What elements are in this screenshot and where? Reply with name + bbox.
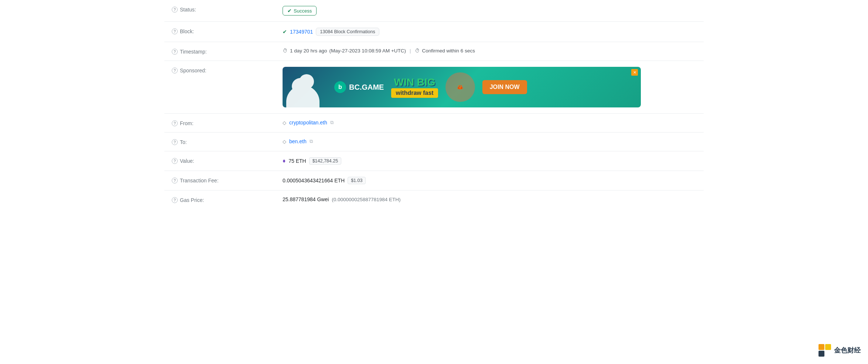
ad-cta-button[interactable]: JOIN NOW (482, 80, 527, 94)
sponsored-help-icon[interactable]: ? (172, 68, 178, 73)
block-confirmed-icon: ✔ (283, 29, 287, 35)
eth-icon: ♦ (283, 158, 286, 164)
block-value-col: ✔ 17349701 13084 Block Confirmations (283, 28, 696, 36)
txfee-amount: 0.0005043643421664 ETH (283, 178, 345, 183)
timestamp-help-icon[interactable]: ? (172, 49, 178, 55)
value-value-col: ♦ 75 ETH $142,784.25 (283, 157, 696, 165)
block-row: ? Block: ✔ 17349701 13084 Block Confirma… (164, 21, 704, 42)
txfee-help-icon[interactable]: ? (172, 178, 178, 183)
sponsored-label-col: ? Sponsored: (172, 67, 275, 73)
txfee-label: Transaction Fee: (180, 178, 219, 183)
sponsored-value-col: b BC.GAME WIN BIG withdraw fast 🦀 JOIN N… (283, 67, 696, 107)
ad-tagline2: withdraw fast (391, 88, 438, 98)
to-label: To: (180, 139, 187, 145)
gasprice-label-col: ? Gas Price: (172, 196, 275, 203)
ad-site-name: BC.GAME (349, 83, 384, 92)
to-label-col: ? To: (172, 138, 275, 145)
from-row: ? From: ◇ cryptopolitan.eth ⧉ (164, 113, 704, 132)
sponsored-label: Sponsored: (180, 68, 206, 73)
status-label: Status: (180, 7, 196, 13)
to-copy-icon[interactable]: ⧉ (310, 138, 313, 144)
timestamp-confirmed: Confirmed within 6 secs (422, 48, 475, 54)
ad-logo: b BC.GAME (334, 81, 384, 93)
value-amount: 75 ETH (288, 158, 306, 164)
from-value-col: ◇ cryptopolitan.eth ⧉ (283, 120, 696, 126)
status-label-col: ? Status: (172, 6, 275, 13)
timestamp-text: ⏱ 1 day 20 hrs ago (May-27-2023 10:08:59… (283, 48, 475, 54)
value-label: Value: (180, 158, 194, 164)
status-value-col: ✔ Success (283, 6, 696, 16)
gasprice-gwei: 25.887781984 Gwei (283, 196, 329, 202)
from-help-icon[interactable]: ? (172, 120, 178, 126)
pipe-separator: | (410, 48, 411, 54)
ad-mascot: 🦀 (445, 72, 475, 102)
timestamp-row: ? Timestamp: ⏱ 1 day 20 hrs ago (May-27-… (164, 42, 704, 61)
gasprice-help-icon[interactable]: ? (172, 197, 178, 203)
txfee-label-col: ? Transaction Fee: (172, 177, 275, 183)
from-label: From: (180, 120, 194, 126)
txfee-value-col: 0.0005043643421664 ETH $1.03 (283, 177, 696, 184)
sponsored-row: ? Sponsored: b BC.GAME WIN BIG withdraw … (164, 61, 704, 113)
block-number-link[interactable]: 17349701 (290, 29, 313, 35)
to-contract-icon: ◇ (283, 139, 286, 144)
status-row: ? Status: ✔ Success (164, 0, 704, 21)
timestamp-absolute: (May-27-2023 10:08:59 AM +UTC) (329, 48, 406, 54)
status-badge: ✔ Success (283, 6, 317, 16)
check-icon: ✔ (287, 8, 292, 14)
timestamp-relative: 1 day 20 hrs ago (290, 48, 327, 54)
ad-banner: b BC.GAME WIN BIG withdraw fast 🦀 JOIN N… (283, 67, 641, 107)
from-label-col: ? From: (172, 120, 275, 126)
ad-content: b BC.GAME WIN BIG withdraw fast 🦀 JOIN N… (290, 72, 633, 102)
clock-icon: ⏱ (283, 48, 288, 54)
ad-close-button[interactable]: ✕ (631, 69, 638, 76)
status-help-icon[interactable]: ? (172, 7, 178, 13)
block-label-col: ? Block: (172, 28, 275, 34)
block-help-icon[interactable]: ? (172, 28, 178, 34)
timestamp-label: Timestamp: (180, 49, 207, 55)
gasprice-label: Gas Price: (180, 197, 204, 203)
to-value-col: ◇ ben.eth ⧉ (283, 138, 696, 144)
gasprice-eth: (0.000000025887781984 ETH) (332, 197, 400, 202)
ad-tagline: WIN BIG withdraw fast (391, 76, 438, 98)
from-copy-icon[interactable]: ⧉ (330, 120, 334, 126)
from-address-link[interactable]: cryptopolitan.eth (289, 120, 327, 126)
timestamp-value-col: ⏱ 1 day 20 hrs ago (May-27-2023 10:08:59… (283, 48, 696, 54)
from-contract-icon: ◇ (283, 120, 286, 126)
block-label: Block: (180, 28, 194, 34)
bc-logo-icon: b (334, 81, 346, 93)
to-help-icon[interactable]: ? (172, 139, 178, 145)
ad-tagline1: WIN BIG (391, 76, 438, 88)
to-row: ? To: ◇ ben.eth ⧉ (164, 132, 704, 151)
value-label-col: ? Value: (172, 157, 275, 164)
txfee-row: ? Transaction Fee: 0.0005043643421664 ET… (164, 171, 704, 190)
status-text: Success (294, 8, 312, 14)
gasprice-value-col: 25.887781984 Gwei (0.000000025887781984 … (283, 196, 696, 202)
txfee-usd-badge: $1.03 (348, 177, 366, 184)
value-usd-badge: $142,784.25 (309, 157, 342, 165)
confirmations-badge: 13084 Block Confirmations (316, 28, 379, 36)
clock-icon-2: ⏱ (415, 48, 420, 54)
timestamp-label-col: ? Timestamp: (172, 48, 275, 55)
value-row: ? Value: ♦ 75 ETH $142,784.25 (164, 151, 704, 171)
gasprice-row: ? Gas Price: 25.887781984 Gwei (0.000000… (164, 190, 704, 209)
value-help-icon[interactable]: ? (172, 158, 178, 164)
to-address-link[interactable]: ben.eth (289, 138, 307, 144)
